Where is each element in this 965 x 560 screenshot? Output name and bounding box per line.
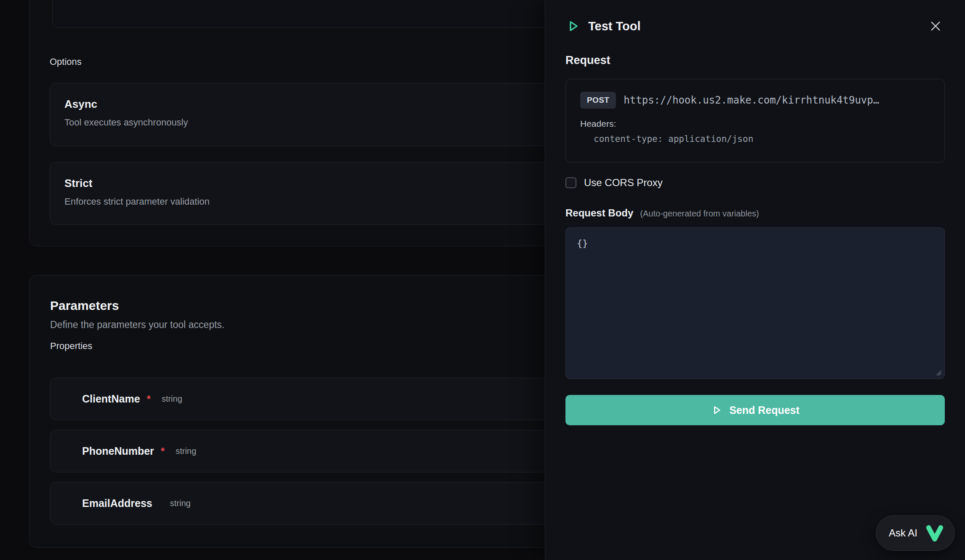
content-type-header: content-type: application/json [594,134,933,144]
request-body-hint: (Auto-generated from variables) [640,209,759,219]
tool-editor-page: Options Async Tool executes asynchronous… [0,0,965,560]
send-request-button[interactable]: Send Request [565,395,945,425]
ask-ai-button[interactable]: Ask AI [876,515,955,551]
parameter-type: string [170,499,191,508]
request-line: POST https://hook.us2.make.com/kirrhtnuk… [580,92,933,109]
panel-header: Test Tool [565,0,945,35]
resize-handle-icon[interactable] [934,368,942,376]
parameter-name: ClientName [82,393,140,405]
play-icon [565,19,581,34]
required-asterisk: * [161,445,165,457]
options-section-label: Options [50,56,82,68]
request-summary-box: POST https://hook.us2.make.com/kirrhtnuk… [565,79,945,163]
cors-proxy-label[interactable]: Use CORS Proxy [584,177,663,189]
close-button[interactable] [926,17,945,35]
ask-ai-label: Ask AI [889,527,917,539]
parameter-type: string [176,446,196,456]
parameter-type: string [162,394,182,404]
panel-title: Test Tool [588,19,641,33]
close-icon [929,19,942,33]
method-badge: POST [580,92,616,109]
parameter-name: EmailAddress [82,497,152,509]
vapi-logo-icon [925,523,944,543]
request-body-textarea[interactable]: {} [565,227,945,379]
required-asterisk: * [147,393,151,405]
parameter-name: PhoneNumber [82,445,154,457]
request-body-label: Request Body [565,207,633,219]
request-body-label-row: Request Body (Auto-generated from variab… [565,207,945,219]
cors-proxy-row: Use CORS Proxy [565,177,945,189]
headers-label: Headers: [580,119,933,129]
test-tool-panel: Test Tool Request POST https://hook.us2.… [545,0,965,560]
request-body-box: {} [565,227,945,379]
request-url: https://hook.us2.make.com/kirrhtnuk4t9uv… [624,94,879,106]
send-request-label: Send Request [729,404,800,416]
send-play-icon [711,404,722,416]
cors-proxy-checkbox[interactable] [565,177,576,188]
request-section-label: Request [565,54,945,67]
